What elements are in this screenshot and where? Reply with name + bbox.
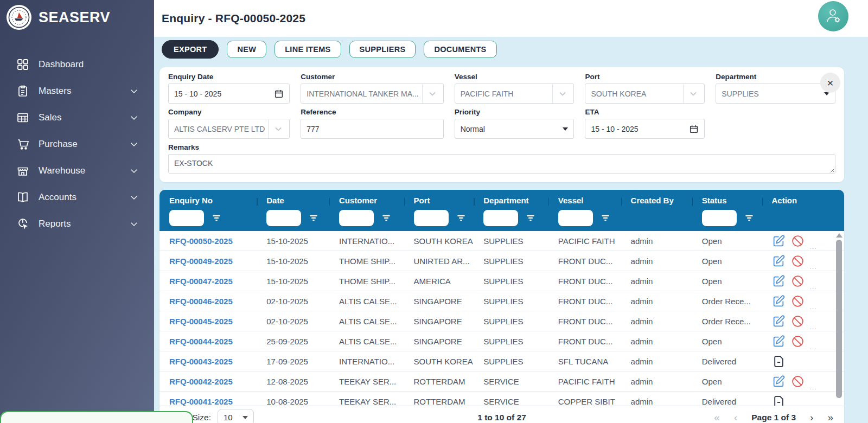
document-icon[interactable]	[772, 395, 786, 406]
page-size-select[interactable]: 10	[218, 409, 254, 423]
department-select[interactable]: SUPPLIES	[716, 84, 835, 104]
last-page-button[interactable]: »	[827, 412, 833, 422]
filter-input-port[interactable]	[414, 210, 449, 226]
sidebar-item-masters[interactable]: Masters	[0, 78, 154, 104]
cancel-icon[interactable]	[791, 335, 805, 348]
brand-name: SEASERV	[39, 9, 110, 26]
more-options-icon[interactable]: ...	[810, 344, 818, 350]
vessel-select[interactable]: PACIFIC FAITH	[455, 84, 575, 104]
filter-icon[interactable]	[309, 213, 318, 223]
cancel-icon[interactable]	[791, 294, 805, 308]
documents-button[interactable]: DOCUMENTS	[424, 41, 496, 58]
column-header-status[interactable]: Status	[692, 196, 762, 205]
more-options-icon[interactable]: ...	[810, 284, 818, 290]
company-logo[interactable]	[7, 5, 31, 30]
priority-select[interactable]: Normal	[455, 119, 575, 139]
filter-icon[interactable]	[526, 213, 535, 223]
prev-page-button[interactable]: ‹	[734, 412, 737, 422]
sidebar-item-reports[interactable]: Reports	[0, 210, 154, 237]
sidebar-item-accounts[interactable]: Accounts	[0, 184, 154, 210]
filter-input-enquiry_no[interactable]	[169, 210, 204, 226]
scrollbar-thumb[interactable]	[836, 240, 842, 398]
more-options-icon[interactable]: ...	[810, 384, 818, 390]
column-header-port[interactable]: Port	[404, 196, 474, 205]
column-header-action[interactable]: Action	[762, 196, 845, 205]
line-items-button[interactable]: LINE ITEMS	[275, 41, 341, 58]
column-header-created_by[interactable]: Created By	[621, 196, 692, 205]
edit-icon[interactable]	[772, 315, 786, 328]
cancel-icon[interactable]	[791, 254, 805, 268]
filter-input-department[interactable]	[483, 210, 518, 226]
user-settings-button[interactable]	[818, 1, 848, 31]
edit-icon[interactable]	[772, 274, 786, 288]
cell-port: SINGAPORE	[404, 297, 474, 306]
next-page-button[interactable]: ›	[810, 412, 813, 422]
cell-enquiry_no[interactable]: RFQ-00045-2025	[159, 317, 257, 326]
cell-port: SOUTH KOREA	[404, 236, 474, 246]
chevron-down-icon	[427, 88, 438, 99]
cell-enquiry_no[interactable]: RFQ-00044-2025	[159, 337, 257, 346]
close-icon[interactable]: ×	[820, 73, 840, 93]
cancel-icon[interactable]	[791, 274, 805, 288]
company-select[interactable]: ALTIS CALSERV PTE LTD	[168, 119, 290, 139]
export-button[interactable]: EXPORT	[162, 40, 219, 59]
filter-icon[interactable]	[212, 213, 221, 223]
edit-icon[interactable]	[772, 294, 786, 308]
customer-select[interactable]: INTERNATIONAL TANKER MA...	[301, 84, 443, 104]
cancel-icon[interactable]	[791, 234, 805, 248]
port-select[interactable]: SOUTH KOREA	[585, 84, 705, 104]
filter-icon[interactable]	[381, 213, 391, 223]
sidebar-item-sales[interactable]: Sales	[0, 104, 154, 131]
more-options-icon[interactable]: ...	[810, 304, 818, 310]
filter-input-vessel[interactable]	[558, 210, 593, 226]
cell-vessel: PACIFIC FAITH	[548, 377, 621, 386]
column-header-department[interactable]: Department	[474, 196, 548, 205]
column-header-enquiry_no[interactable]: Enquiry No	[159, 196, 257, 205]
cell-enquiry_no[interactable]: RFQ-00049-2025	[159, 257, 257, 266]
first-page-button[interactable]: «	[714, 412, 720, 422]
filter-input-status[interactable]	[702, 210, 737, 226]
filter-icon[interactable]	[744, 213, 754, 223]
more-options-icon[interactable]: ...	[810, 324, 818, 330]
filter-input-customer[interactable]	[339, 210, 374, 226]
cancel-icon[interactable]	[791, 315, 805, 328]
column-header-vessel[interactable]: Vessel	[548, 196, 621, 205]
cell-enquiry_no[interactable]: RFQ-00046-2025	[159, 297, 257, 306]
filter-input-date[interactable]	[266, 210, 301, 226]
cell-enquiry_no[interactable]: RFQ-00050-2025	[159, 236, 257, 246]
column-header-date[interactable]: Date	[257, 196, 329, 205]
edit-icon[interactable]	[772, 335, 786, 348]
eta-input[interactable]: 15 - 10 - 2025	[585, 119, 705, 139]
top-header: Enquiry - RFQ-00050-2025	[154, 0, 868, 37]
table-body: RFQ-00050-202515-10-2025INTERNATIO...SOU…	[159, 231, 844, 406]
cell-enquiry_no[interactable]: RFQ-00042-2025	[159, 377, 257, 386]
sidebar-item-purchase[interactable]: Purchase	[0, 131, 154, 157]
field-eta: ETA 15 - 10 - 2025	[585, 108, 705, 139]
enquiry-date-input[interactable]: 15 - 10 - 2025	[168, 84, 290, 104]
table-row: RFQ-00047-202515-10-2025THOME SHIP...AME…	[159, 271, 844, 291]
more-options-icon[interactable]: ...	[810, 243, 818, 250]
cell-port: SINGAPORE	[404, 317, 474, 326]
edit-icon[interactable]	[772, 234, 786, 248]
sidebar-item-warehouse[interactable]: Warehouse	[0, 157, 154, 184]
filter-icon[interactable]	[456, 213, 466, 223]
edit-icon[interactable]	[772, 375, 786, 388]
document-icon[interactable]	[772, 355, 786, 368]
filter-icon[interactable]	[601, 213, 610, 223]
port-label: Port	[585, 73, 705, 81]
scroll-up-icon[interactable]	[836, 233, 843, 238]
new-button[interactable]: NEW	[227, 41, 266, 58]
cell-enquiry_no[interactable]: RFQ-00043-2025	[159, 357, 257, 366]
remarks-textarea[interactable]: EX-STOCK	[168, 154, 835, 174]
cell-enquiry_no[interactable]: RFQ-00047-2025	[159, 277, 257, 286]
column-header-customer[interactable]: Customer	[329, 196, 404, 205]
edit-icon[interactable]	[772, 254, 786, 268]
reference-input[interactable]: 777	[301, 119, 443, 139]
cell-actions: ...	[762, 335, 845, 348]
more-options-icon[interactable]: ...	[810, 264, 818, 270]
sidebar-item-dashboard[interactable]: Dashboard	[0, 51, 154, 78]
notification-toast[interactable]	[0, 411, 193, 423]
suppliers-button[interactable]: SUPPLIERS	[349, 41, 416, 58]
cell-enquiry_no[interactable]: RFQ-00041-2025	[159, 397, 257, 406]
cancel-icon[interactable]	[791, 375, 805, 388]
